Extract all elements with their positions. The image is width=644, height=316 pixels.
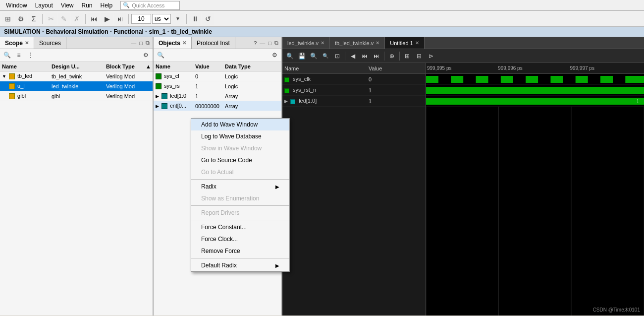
search-icon[interactable]: 🔍: [2, 50, 12, 60]
settings-icon[interactable]: ⚙: [141, 50, 151, 60]
table-row[interactable]: ▼ tb_led tb_led_twink Verilog Mod: [0, 71, 153, 81]
tab-untitled-1[interactable]: Untitled 1 ✕: [385, 37, 424, 49]
table-row[interactable]: ▶ cnt[0... 00000000 Array: [154, 101, 281, 111]
tb-step[interactable]: ⏯: [114, 13, 126, 25]
table-row[interactable]: glbl glbl Verilog Mod: [0, 91, 153, 101]
table-row[interactable]: sys_cl 0 Logic: [154, 71, 281, 81]
menu-window[interactable]: Window: [2, 1, 31, 10]
svg-rect-1: [438, 76, 451, 83]
tb-run-time[interactable]: ▼: [172, 13, 184, 25]
timeline-label-2: 999,997 ps: [570, 65, 594, 71]
wave-expand-btn[interactable]: ⊞: [402, 51, 413, 62]
svg-rect-0: [426, 76, 438, 83]
minimize-btn2[interactable]: —: [259, 40, 266, 47]
tb-btn-3[interactable]: Σ: [28, 13, 40, 25]
help-btn[interactable]: ?: [253, 40, 258, 47]
settings-icon-obj[interactable]: ⚙: [269, 50, 279, 60]
svg-rect-4: [476, 76, 488, 83]
tab-close-0[interactable]: ✕: [321, 40, 324, 46]
ctx-sep-4: [191, 258, 289, 258]
ctx-force-clock[interactable]: Force Clock...: [191, 233, 289, 245]
time-unit-select[interactable]: fspsnsusmss: [152, 14, 171, 24]
minimize-btn[interactable]: —: [130, 40, 137, 47]
ctx-sep-1: [191, 179, 289, 180]
wave-fit-btn[interactable]: ⊡: [332, 51, 343, 62]
objects-table-header: Name Value Data Type: [154, 62, 281, 71]
ctx-add-to-wave[interactable]: Add to Wave Window: [191, 119, 289, 130]
collapse-icon[interactable]: ≡: [14, 50, 24, 60]
scope-tab-close[interactable]: ✕: [25, 40, 29, 46]
col-value-wave: Value: [369, 65, 424, 71]
wave-names-header: Name Value: [282, 63, 426, 74]
signal-name: sys_clk: [284, 76, 369, 82]
tab-led-twinkle-v[interactable]: led_twinkle.v ✕: [282, 37, 330, 49]
tb-btn-4[interactable]: ✂: [45, 13, 57, 25]
wave-cursor-btn[interactable]: ⊕: [386, 51, 397, 62]
signal-wave-row-rst: [426, 85, 644, 96]
table-row[interactable]: sys_rs 1 Logic: [154, 81, 281, 91]
menu-run[interactable]: Run: [78, 1, 97, 10]
main-toolbar: ⊞ ⚙ Σ ✂ ✎ ✗ ⏮ ▶ ⏯ 10 fspsnsusmss ▼ ⏸ ↺: [0, 11, 644, 27]
svg-rect-8: [526, 76, 538, 83]
tb-rewind[interactable]: ⏮: [88, 13, 100, 25]
tb-restart[interactable]: ↺: [202, 13, 214, 25]
maximize-btn2[interactable]: □: [267, 40, 272, 47]
tb-play[interactable]: ▶: [101, 13, 113, 25]
wave-save-btn[interactable]: 💾: [296, 51, 307, 62]
tb-btn-2[interactable]: ⚙: [15, 13, 27, 25]
wave-search-btn[interactable]: 🔍: [284, 51, 295, 62]
wave-left-btn[interactable]: ◀: [347, 51, 358, 62]
wave-zoom-out-btn[interactable]: 🔍: [320, 51, 331, 62]
tab-close-1[interactable]: ✕: [376, 40, 379, 46]
tab-tb-led-twinkle-v[interactable]: tb_led_twinkle.v ✕: [330, 37, 385, 49]
tab-objects[interactable]: Objects ✕: [154, 37, 192, 49]
tab-protocol[interactable]: Protocol Inst: [192, 37, 235, 49]
tb-pause[interactable]: ⏸: [189, 13, 201, 25]
menu-layout[interactable]: Layout: [31, 1, 57, 10]
maximize-btn[interactable]: □: [138, 40, 144, 47]
wave-zoom-in-btn[interactable]: 🔍: [308, 51, 319, 62]
ctx-force-constant[interactable]: Force Constant...: [191, 221, 289, 233]
scope-panel-toolbar: 🔍 ≡ ⋮ ⚙: [0, 49, 153, 62]
quick-access-placeholder: Quick Access: [132, 2, 164, 8]
ctx-remove-force[interactable]: Remove Force: [191, 245, 289, 257]
search-icon-obj[interactable]: 🔍: [156, 50, 165, 60]
tb-btn-6[interactable]: ✗: [71, 13, 83, 25]
col-dtype: Data Type: [224, 63, 264, 69]
ctx-log-wave[interactable]: Log to Wave Database: [191, 130, 289, 142]
signal-icon-wave: [284, 77, 289, 82]
tab-sources[interactable]: Sources: [34, 37, 66, 49]
quick-access-input[interactable]: 🔍 Quick Access: [120, 1, 180, 10]
wave-signal-row[interactable]: sys_clk 0: [282, 74, 426, 85]
wave-names-panel: Name Value sys_clk 0 sys_rst_n 1: [282, 63, 426, 316]
tab-scope[interactable]: Scope ✕: [0, 37, 34, 49]
wave-signal-row[interactable]: sys_rst_n 1: [282, 85, 426, 96]
tb-btn-5[interactable]: ✎: [58, 13, 70, 25]
wave-next-btn[interactable]: ⊳: [426, 51, 436, 62]
float-btn2[interactable]: ⧉: [273, 39, 279, 47]
objects-tab-close[interactable]: ✕: [182, 40, 186, 46]
wave-start-btn[interactable]: ⏮: [359, 51, 370, 62]
tb-btn-1[interactable]: ⊞: [2, 13, 14, 25]
expand-all-icon[interactable]: ⋮: [26, 50, 36, 60]
svg-rect-9: [538, 76, 550, 83]
menu-view[interactable]: View: [57, 1, 78, 10]
table-row[interactable]: u_l led_twinkle Verilog Mod: [0, 81, 153, 91]
ctx-radix[interactable]: Radix ▶: [191, 181, 289, 192]
tab-actions: — □ ⧉: [128, 39, 153, 47]
wave-sep-1: [345, 52, 345, 61]
ctx-report-drivers: Report Drivers: [191, 207, 289, 219]
time-value-input[interactable]: 10: [131, 14, 151, 24]
tab-close-2[interactable]: ✕: [415, 40, 419, 46]
ctx-goto-source[interactable]: Go to Source Code: [191, 154, 289, 166]
menu-help[interactable]: Help: [97, 1, 117, 10]
float-btn[interactable]: ⧉: [145, 39, 151, 47]
scope-table-header: Name Design U... Block Type ▲: [0, 62, 153, 71]
wave-end-btn[interactable]: ⏭: [371, 51, 382, 62]
wave-collapse-btn[interactable]: ⊟: [414, 51, 425, 62]
table-row[interactable]: ▶ led[1:0 1 Array: [154, 91, 281, 101]
signal-wave-row-led: 1: [426, 96, 644, 107]
ctx-default-radix[interactable]: Default Radix ▶: [191, 259, 289, 271]
wave-signal-row[interactable]: ▶ led[1:0] 1: [282, 96, 426, 107]
ctx-arrow-radix: ▶: [275, 184, 279, 190]
